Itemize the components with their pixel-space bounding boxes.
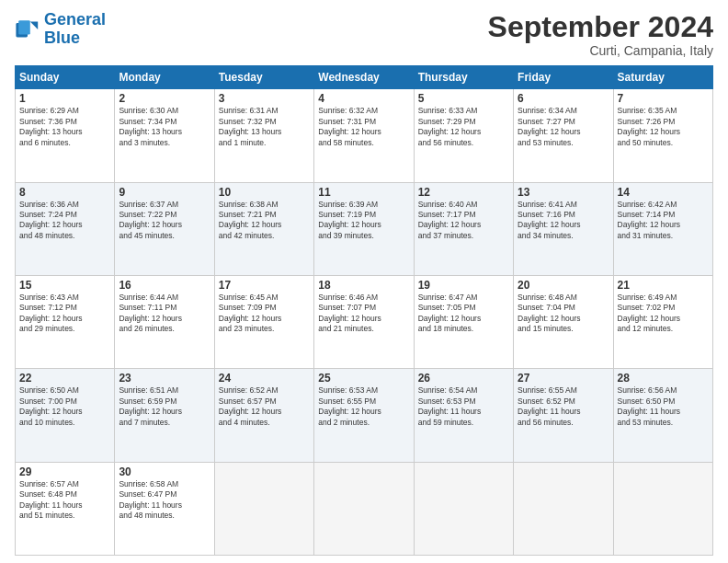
day-number: 10	[219, 186, 310, 199]
day-info: Sunrise: 6:56 AMSunset: 6:50 PMDaylight:…	[618, 385, 709, 428]
day-info: Sunrise: 6:31 AMSunset: 7:32 PMDaylight:…	[219, 106, 310, 148]
calendar-row: 8Sunrise: 6:36 AMSunset: 7:24 PMDaylight…	[16, 182, 713, 275]
day-number: 11	[318, 186, 409, 199]
table-row: 9Sunrise: 6:37 AMSunset: 7:22 PMDaylight…	[115, 182, 214, 275]
table-row: 2Sunrise: 6:30 AMSunset: 7:34 PMDaylight…	[115, 89, 214, 182]
table-row	[214, 462, 313, 555]
day-number: 8	[19, 186, 110, 199]
day-number: 25	[318, 372, 409, 385]
weekday-header-row: Sunday Monday Tuesday Wednesday Thursday…	[16, 66, 713, 89]
day-info: Sunrise: 6:44 AMSunset: 7:11 PMDaylight:…	[119, 293, 210, 335]
table-row: 6Sunrise: 6:34 AMSunset: 7:27 PMDaylight…	[514, 89, 613, 182]
table-row: 12Sunrise: 6:40 AMSunset: 7:17 PMDayligh…	[414, 182, 513, 275]
table-row: 3Sunrise: 6:31 AMSunset: 7:32 PMDaylight…	[214, 89, 313, 182]
table-row: 16Sunrise: 6:44 AMSunset: 7:11 PMDayligh…	[115, 275, 214, 368]
day-info: Sunrise: 6:38 AMSunset: 7:21 PMDaylight:…	[219, 200, 310, 242]
svg-marker-2	[30, 21, 38, 29]
svg-rect-1	[18, 20, 30, 34]
day-info: Sunrise: 6:54 AMSunset: 6:53 PMDaylight:…	[418, 385, 509, 428]
table-row: 17Sunrise: 6:45 AMSunset: 7:09 PMDayligh…	[214, 275, 313, 368]
calendar-row: 22Sunrise: 6:50 AMSunset: 7:00 PMDayligh…	[16, 369, 713, 462]
day-info: Sunrise: 6:43 AMSunset: 7:12 PMDaylight:…	[19, 293, 110, 335]
location-subtitle: Curti, Campania, Italy	[488, 43, 713, 58]
day-info: Sunrise: 6:37 AMSunset: 7:22 PMDaylight:…	[119, 200, 210, 242]
table-row: 19Sunrise: 6:47 AMSunset: 7:05 PMDayligh…	[414, 275, 513, 368]
day-number: 24	[219, 372, 310, 385]
day-info: Sunrise: 6:53 AMSunset: 6:55 PMDaylight:…	[318, 385, 409, 428]
day-number: 7	[618, 92, 709, 105]
day-number: 17	[219, 279, 310, 292]
table-row: 29Sunrise: 6:57 AMSunset: 6:48 PMDayligh…	[16, 462, 115, 555]
calendar-row: 1Sunrise: 6:29 AMSunset: 7:36 PMDaylight…	[16, 89, 713, 182]
day-number: 9	[119, 186, 210, 199]
logo: General Blue	[15, 11, 106, 48]
day-number: 2	[119, 92, 210, 105]
day-number: 27	[518, 372, 609, 385]
day-info: Sunrise: 6:30 AMSunset: 7:34 PMDaylight:…	[119, 106, 210, 148]
table-row: 26Sunrise: 6:54 AMSunset: 6:53 PMDayligh…	[414, 369, 513, 462]
table-row: 27Sunrise: 6:55 AMSunset: 6:52 PMDayligh…	[514, 369, 613, 462]
table-row: 1Sunrise: 6:29 AMSunset: 7:36 PMDaylight…	[16, 89, 115, 182]
title-block: September 2024 Curti, Campania, Italy	[488, 11, 713, 58]
logo-name1: General	[44, 10, 106, 29]
table-row: 23Sunrise: 6:51 AMSunset: 6:59 PMDayligh…	[115, 369, 214, 462]
table-row: 7Sunrise: 6:35 AMSunset: 7:26 PMDaylight…	[613, 89, 712, 182]
header-friday: Friday	[514, 66, 613, 89]
day-number: 12	[418, 186, 509, 199]
table-row	[514, 462, 613, 555]
table-row: 8Sunrise: 6:36 AMSunset: 7:24 PMDaylight…	[16, 182, 115, 275]
calendar-row: 29Sunrise: 6:57 AMSunset: 6:48 PMDayligh…	[16, 462, 713, 555]
day-number: 14	[618, 186, 709, 199]
logo-icon	[15, 17, 40, 42]
logo-text: General Blue	[44, 11, 106, 48]
day-info: Sunrise: 6:42 AMSunset: 7:14 PMDaylight:…	[618, 200, 709, 242]
table-row: 21Sunrise: 6:49 AMSunset: 7:02 PMDayligh…	[613, 275, 712, 368]
day-info: Sunrise: 6:41 AMSunset: 7:16 PMDaylight:…	[518, 200, 609, 242]
table-row	[414, 462, 513, 555]
day-number: 26	[418, 372, 509, 385]
day-info: Sunrise: 6:33 AMSunset: 7:29 PMDaylight:…	[418, 106, 509, 148]
page: General Blue September 2024 Curti, Campa…	[0, 0, 728, 563]
day-info: Sunrise: 6:57 AMSunset: 6:48 PMDaylight:…	[19, 479, 110, 522]
header-wednesday: Wednesday	[314, 66, 414, 89]
table-row: 10Sunrise: 6:38 AMSunset: 7:21 PMDayligh…	[214, 182, 313, 275]
day-info: Sunrise: 6:52 AMSunset: 6:57 PMDaylight:…	[219, 385, 310, 428]
table-row: 15Sunrise: 6:43 AMSunset: 7:12 PMDayligh…	[16, 275, 115, 368]
day-info: Sunrise: 6:46 AMSunset: 7:07 PMDaylight:…	[318, 293, 409, 335]
month-title: September 2024	[488, 11, 713, 43]
table-row: 25Sunrise: 6:53 AMSunset: 6:55 PMDayligh…	[314, 369, 414, 462]
table-row: 24Sunrise: 6:52 AMSunset: 6:57 PMDayligh…	[214, 369, 313, 462]
table-row: 28Sunrise: 6:56 AMSunset: 6:50 PMDayligh…	[613, 369, 712, 462]
table-row: 4Sunrise: 6:32 AMSunset: 7:31 PMDaylight…	[314, 89, 414, 182]
day-info: Sunrise: 6:48 AMSunset: 7:04 PMDaylight:…	[518, 293, 609, 335]
day-number: 16	[119, 279, 210, 292]
day-number: 21	[618, 279, 709, 292]
day-info: Sunrise: 6:35 AMSunset: 7:26 PMDaylight:…	[618, 106, 709, 148]
day-number: 13	[518, 186, 609, 199]
day-info: Sunrise: 6:34 AMSunset: 7:27 PMDaylight:…	[518, 106, 609, 148]
table-row: 20Sunrise: 6:48 AMSunset: 7:04 PMDayligh…	[514, 275, 613, 368]
day-number: 19	[418, 279, 509, 292]
day-info: Sunrise: 6:47 AMSunset: 7:05 PMDaylight:…	[418, 293, 509, 335]
table-row: 13Sunrise: 6:41 AMSunset: 7:16 PMDayligh…	[514, 182, 613, 275]
day-info: Sunrise: 6:55 AMSunset: 6:52 PMDaylight:…	[518, 385, 609, 428]
calendar-table: Sunday Monday Tuesday Wednesday Thursday…	[15, 65, 713, 556]
day-number: 20	[518, 279, 609, 292]
table-row: 18Sunrise: 6:46 AMSunset: 7:07 PMDayligh…	[314, 275, 414, 368]
day-number: 23	[119, 372, 210, 385]
day-number: 1	[19, 92, 110, 105]
table-row	[314, 462, 414, 555]
logo-name2: Blue	[44, 29, 80, 47]
day-info: Sunrise: 6:49 AMSunset: 7:02 PMDaylight:…	[618, 293, 709, 335]
table-row	[613, 462, 712, 555]
day-number: 4	[318, 92, 409, 105]
day-info: Sunrise: 6:32 AMSunset: 7:31 PMDaylight:…	[318, 106, 409, 148]
day-number: 30	[119, 465, 210, 478]
table-row: 5Sunrise: 6:33 AMSunset: 7:29 PMDaylight…	[414, 89, 513, 182]
table-row: 22Sunrise: 6:50 AMSunset: 7:00 PMDayligh…	[16, 369, 115, 462]
table-row: 14Sunrise: 6:42 AMSunset: 7:14 PMDayligh…	[613, 182, 712, 275]
day-number: 28	[618, 372, 709, 385]
day-number: 5	[418, 92, 509, 105]
day-info: Sunrise: 6:50 AMSunset: 7:00 PMDaylight:…	[19, 385, 110, 428]
header-thursday: Thursday	[414, 66, 513, 89]
